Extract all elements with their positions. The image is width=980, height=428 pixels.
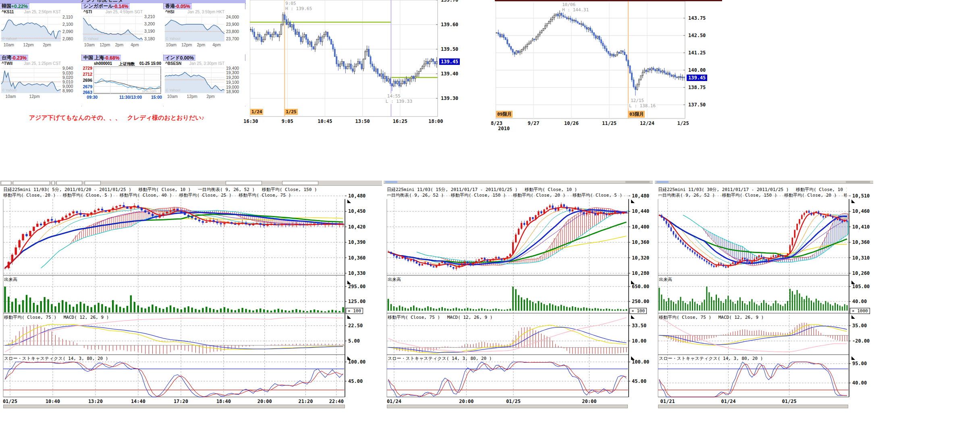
time-axis-label: 22:40 bbox=[329, 399, 344, 404]
time-axis-label: 10:40 bbox=[46, 399, 60, 404]
y-axis-label: 18,900 bbox=[226, 89, 239, 94]
axis-label: 40.00 bbox=[852, 299, 867, 304]
y-axis-label: 19,400 bbox=[226, 66, 239, 71]
horizontal-scrollbar[interactable] bbox=[658, 405, 848, 408]
y-axis-label: 23,900 bbox=[226, 22, 239, 27]
x-axis-label: 2pm bbox=[197, 42, 205, 47]
axis-arrow-icon[interactable] bbox=[631, 356, 635, 360]
axis-arrow-icon[interactable] bbox=[347, 280, 351, 284]
axis-arrow-icon[interactable] bbox=[631, 315, 635, 319]
time-axis-label: 01/25 bbox=[3, 399, 17, 404]
axis-arrow-icon[interactable] bbox=[631, 280, 635, 284]
widget-body: ^HSIJan 25, 3:59pm HKT24,00023,90023,800… bbox=[164, 9, 245, 54]
axis-label: 10,480 bbox=[348, 193, 365, 199]
horizontal-scrollbar[interactable] bbox=[3, 405, 345, 408]
time-axis-label: 20:00 bbox=[582, 399, 596, 404]
watermark: © Yahoo! bbox=[84, 37, 99, 41]
axis-label: 10,280 bbox=[632, 270, 649, 276]
axis-label: 10,310 bbox=[852, 255, 870, 261]
widget-header[interactable]: 韓国+0.22% bbox=[0, 3, 29, 9]
axis-label: 10,390 bbox=[348, 239, 365, 245]
axis-arrow-icon[interactable] bbox=[851, 315, 855, 319]
y-axis-label: 9,020 bbox=[62, 75, 73, 80]
market-widget-^HSI: 香港-0.05%^HSIJan 25, 3:59pm HKT24,00023,9… bbox=[164, 3, 245, 55]
x-axis-label: 11:30/13:00 bbox=[119, 95, 142, 100]
nikkei225mini-30min-chart-window: 日経225mini 11/03( 30分, 2011/01/17 - 2011/… bbox=[655, 181, 873, 409]
y-axis-label: 2,100 bbox=[62, 22, 73, 27]
widget-title: 韓国 bbox=[2, 3, 11, 10]
stoch-panel-label: スロー・ストキャスティクス( 14, 3, 80, 20 ) bbox=[388, 355, 492, 362]
widget-change: -0.14% bbox=[113, 4, 128, 9]
x-axis-label: 4pm bbox=[131, 42, 139, 47]
low-annotation-time: 14:55 bbox=[386, 93, 401, 99]
x-axis-label: 10am bbox=[5, 94, 16, 99]
time-axis-label: 10/26 bbox=[564, 121, 579, 126]
session-date-box: 03限月 bbox=[628, 111, 645, 118]
x-axis-label: 10am bbox=[84, 42, 95, 47]
widget-symbol: ^KS11 bbox=[2, 10, 14, 14]
price-axis-label: 142.50 bbox=[688, 33, 706, 38]
x-axis-label: 4pm bbox=[212, 42, 220, 47]
axis-label: -20.00 bbox=[852, 338, 870, 344]
time-axis-label: 13:20 bbox=[88, 399, 103, 404]
axis-label: 10,410 bbox=[852, 224, 870, 230]
time-axis-label: 14:40 bbox=[131, 399, 145, 404]
axis-label: 10,480 bbox=[632, 193, 649, 199]
y-axis-label: 2712 bbox=[83, 72, 92, 77]
axis-label: 295.00 bbox=[348, 284, 365, 289]
x-axis-label: 12pm bbox=[100, 42, 110, 47]
high-annotation-value: H : 144.31 bbox=[561, 7, 590, 12]
y-axis-label: 2663 bbox=[83, 90, 92, 95]
y-axis-label: 9,030 bbox=[62, 71, 73, 75]
volume-multiplier-box: × 100 bbox=[629, 308, 647, 314]
time-axis-label: 13:50 bbox=[355, 118, 370, 124]
axis-label: 33.50 bbox=[632, 323, 646, 328]
axis-arrow-icon[interactable] bbox=[851, 356, 855, 360]
widget-header[interactable]: 中国 上海-0.68% bbox=[82, 55, 121, 61]
y-axis-label: 23,800 bbox=[226, 29, 239, 34]
axis-arrow-icon[interactable] bbox=[347, 315, 351, 319]
y-axis-label: 2696 bbox=[83, 78, 92, 83]
axis-label: 95.00 bbox=[852, 361, 867, 366]
axis-label: 10,400 bbox=[632, 224, 649, 230]
y-axis-label: 2,110 bbox=[62, 15, 73, 19]
stoch-panel-label: スロー・ストキャスティクス( 14, 3, 80, 20 ) bbox=[659, 355, 763, 362]
widget-timestamp: 01-25 15:00 bbox=[139, 61, 161, 66]
axis-arrow-icon[interactable] bbox=[347, 356, 351, 360]
time-axis-label: 8/23 bbox=[491, 121, 502, 126]
axis-label: 10,360 bbox=[348, 255, 365, 261]
axis-label: 650.00 bbox=[632, 284, 649, 289]
widget-header[interactable]: 香港-0.05% bbox=[164, 3, 192, 9]
x-axis-label: 15:00 bbox=[151, 95, 162, 100]
market-widget-^STI: シンガポール-0.14%^STIJan 25, 4:59pm SGT3,2103… bbox=[82, 3, 164, 55]
low-annotation-value: L : 139.33 bbox=[385, 99, 413, 104]
time-axis-label: 9/27 bbox=[528, 121, 540, 126]
y-axis-label: 2,080 bbox=[62, 36, 73, 41]
time-axis-label: 16:25 bbox=[393, 118, 407, 124]
axis-arrow-icon[interactable] bbox=[347, 199, 351, 203]
time-axis-label: 12/24 bbox=[640, 121, 654, 126]
x-axis-label: 09:30 bbox=[87, 95, 98, 100]
widget-header[interactable]: 台湾-0.23% bbox=[0, 55, 28, 61]
y-axis-label: 19,000 bbox=[226, 85, 239, 89]
axis-arrow-icon[interactable] bbox=[631, 199, 635, 203]
price-axis-label: 137.50 bbox=[688, 102, 706, 108]
widget-header[interactable]: インド0.00% bbox=[164, 55, 195, 61]
horizontal-scrollbar[interactable] bbox=[387, 405, 628, 408]
widget-change: 0.00% bbox=[180, 55, 194, 61]
asia-market-widget-panel: アジア市況モニタ 韓国+0.22%^KS11Jan 25, 2:56pm KST… bbox=[0, 0, 246, 107]
y-axis-label: 9,010 bbox=[62, 79, 73, 84]
trading-desktop: アジア市況モニタ 韓国+0.22%^KS11Jan 25, 2:56pm KST… bbox=[0, 0, 980, 428]
y-axis-label: 24,000 bbox=[226, 15, 239, 19]
axis-arrow-icon[interactable] bbox=[851, 280, 855, 284]
widget-header[interactable]: シンガポール-0.14% bbox=[82, 3, 130, 9]
y-axis-label: 2,090 bbox=[62, 29, 73, 34]
axis-arrow-icon[interactable] bbox=[851, 199, 855, 203]
time-axis-label: 1/25 bbox=[677, 121, 689, 126]
x-axis-label: 12pm bbox=[29, 94, 39, 99]
price-axis-label: 139.50 bbox=[441, 46, 458, 52]
daily-candle-chart-window: 10/06H : 144.3112/15L : 138.16143.75142.… bbox=[495, 0, 723, 135]
axis-label: 10.00 bbox=[632, 338, 646, 344]
price-axis-label: 140.00 bbox=[688, 67, 706, 73]
widget-body: sh000001上证指数01-25 15:0027292712269626792… bbox=[82, 61, 164, 106]
